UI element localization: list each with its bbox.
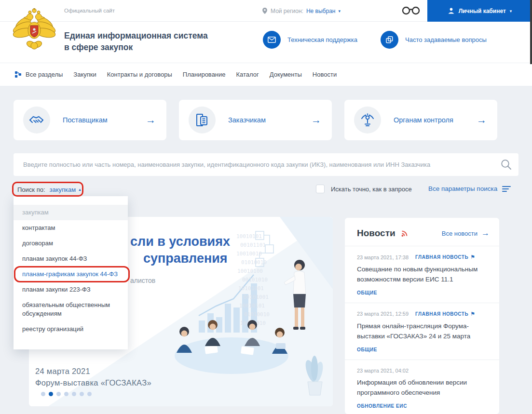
arrow-right-icon: →	[311, 114, 321, 126]
account-label: Личный кабинет	[459, 8, 506, 14]
nav-item-planning[interactable]: Планирование	[183, 71, 226, 78]
main-nav: Все разделы Закупки Контракты и договоры…	[0, 63, 532, 86]
filter-lines-icon	[502, 186, 511, 192]
search-icon[interactable]	[501, 159, 512, 172]
search-by-label: Поиск по:	[17, 186, 45, 193]
news-title: Новости	[357, 228, 396, 239]
news-tag[interactable]: ОБЩИЕ	[357, 290, 487, 295]
region-value: Не выбран	[306, 8, 336, 14]
card-suppliers[interactable]: Поставщикам →	[14, 100, 166, 140]
region-label: Мой регион:	[271, 8, 303, 14]
news-item-title[interactable]: Совещание по новым функциональным возмож…	[357, 265, 487, 285]
dropdown-option-purchases[interactable]: закупкам	[14, 205, 128, 220]
sections-grid-icon	[14, 71, 22, 78]
topbar: Официальный сайт Мой регион: Не выбран ▾…	[0, 0, 532, 22]
envelope-icon	[263, 31, 281, 49]
all-news-link[interactable]: Все новости →	[442, 228, 490, 238]
carousel-dot[interactable]	[72, 392, 76, 396]
banner-event-title: Форум-выставка «ГОСЗАКАЗ»	[35, 377, 151, 388]
exact-search-checkbox[interactable]	[316, 185, 325, 193]
news-item: 23 марта 2021, 17:38 ГЛАВНАЯ НОВОСТЬ ⚑ С…	[345, 246, 499, 303]
carousel-dots	[41, 392, 92, 396]
main-news-badge: ГЛАВНАЯ НОВОСТЬ ⚑	[415, 254, 476, 260]
nav-item-purchases[interactable]: Закупки	[73, 71, 96, 78]
svg-text:01010010: 01010010	[241, 259, 267, 266]
carousel-dot[interactable]	[64, 392, 68, 396]
banner-event-text: 24 марта 2021 Форум-выставка «ГОСЗАКАЗ»	[35, 365, 151, 389]
stacked-squares-icon	[381, 31, 398, 49]
exact-search-option: Искать точно, как в запросе	[316, 185, 412, 193]
arrow-right-icon: →	[477, 114, 487, 126]
official-site-label: Официальный сайт	[64, 8, 115, 13]
building-document-icon	[189, 107, 216, 134]
dropdown-option-plans-44fz[interactable]: планам закупок 44-ФЗ	[14, 251, 128, 267]
news-panel: Новости Все новости → 23 марта 2021, 17:…	[345, 218, 499, 414]
svg-text:10010101: 10010101	[236, 233, 262, 240]
exact-search-label: Искать точно, как в запросе	[331, 186, 412, 193]
news-date: 23 марта 2021, 17:38	[357, 254, 409, 260]
news-tag[interactable]: ОБЩИЕ	[357, 347, 487, 352]
site-title: Единая информационная система в сфере за…	[64, 30, 208, 53]
carousel-dot[interactable]	[41, 392, 45, 396]
card-label: Поставщикам	[63, 116, 108, 124]
coat-of-arms-logo[interactable]	[12, 6, 57, 53]
card-control-bodies[interactable]: Органам контроля →	[344, 100, 497, 140]
news-item: 23 марта 2021, 12:59 ГЛАВНАЯ НОВОСТЬ ⚑ П…	[345, 303, 499, 360]
nav-item-contracts[interactable]: Контракты и договоры	[107, 71, 172, 78]
faq-label: Часто задаваемые вопросы	[405, 36, 487, 43]
person-icon	[448, 7, 455, 14]
faq-link[interactable]: Часто задаваемые вопросы	[381, 31, 487, 49]
news-header: Новости Все новости →	[345, 218, 499, 246]
nav-item-news[interactable]: Новости	[313, 71, 337, 78]
nav-item-catalog[interactable]: Каталог	[236, 71, 259, 78]
dropdown-option-org-registry[interactable]: реестру организаций	[14, 321, 128, 337]
dropdown-option-contracts[interactable]: контрактам	[14, 220, 128, 236]
search-input[interactable]	[14, 153, 518, 176]
accessibility-glasses-icon[interactable]	[402, 5, 420, 18]
all-search-params-link[interactable]: Все параметры поиска	[428, 185, 511, 192]
account-button[interactable]: Личный кабинет ▾	[427, 0, 532, 22]
dropdown-option-agreements[interactable]: договорам	[14, 236, 128, 251]
news-tag[interactable]: ОБНОВЛЕНИЕ ЕИС	[357, 403, 487, 409]
svg-text:00101001: 00101001	[243, 294, 269, 300]
search-by-value[interactable]: закупкам ▴	[50, 186, 81, 193]
card-customers[interactable]: Заказчикам →	[179, 100, 332, 140]
flag-icon: ⚑	[470, 311, 475, 317]
location-pin-icon	[262, 7, 268, 14]
arrow-right-icon: →	[481, 228, 490, 238]
carousel-dot-active[interactable]	[49, 392, 53, 396]
search-by-selector: Поиск по: закупкам ▴	[17, 185, 81, 194]
svg-text:10010101: 10010101	[239, 303, 265, 309]
handshake-icon	[23, 107, 50, 134]
svg-text:10010010: 10010010	[236, 251, 262, 257]
scrollbar[interactable]	[530, 0, 532, 64]
region-selector[interactable]: Мой регион: Не выбран ▾	[262, 0, 341, 22]
news-item: 23 марта 2021, 04:02 Информация об обнов…	[345, 360, 499, 414]
nav-item-all-sections[interactable]: Все разделы	[14, 71, 63, 78]
tech-support-link[interactable]: Техническая поддержка	[263, 31, 357, 49]
flag-icon: ⚑	[470, 254, 475, 260]
card-label: Заказчикам	[228, 116, 266, 124]
chevron-down-icon: ▾	[338, 9, 341, 13]
search-bar	[14, 153, 518, 176]
dropdown-option-plans-223fz[interactable]: планам закупки 223-ФЗ	[14, 282, 128, 297]
svg-text:01010010: 01010010	[244, 311, 270, 318]
dropdown-option-public-discussions[interactable]: обязательным общественным обсуждениям	[14, 297, 128, 321]
banner-headline-fragment-1: сли в условиях	[130, 234, 230, 249]
news-date: 23 марта 2021, 04:02	[357, 368, 409, 374]
banner-event-date: 24 марта 2021	[35, 365, 151, 377]
chevron-down-icon: ▾	[510, 9, 512, 13]
rss-icon[interactable]	[401, 229, 409, 237]
nav-item-documents[interactable]: Документы	[270, 71, 302, 78]
carousel-dot[interactable]	[80, 392, 84, 396]
tech-support-label: Техническая поддержка	[287, 36, 357, 43]
dropdown-option-schedules-44fz[interactable]: планам-графикам закупок 44-ФЗ	[14, 267, 128, 282]
control-emblem-icon	[354, 107, 381, 134]
chevron-up-icon: ▴	[79, 187, 81, 192]
main-news-badge: ГЛАВНАЯ НОВОСТЬ ⚑	[415, 311, 476, 317]
news-item-title[interactable]: Прямая онлайн-трансляция Форума-выставки…	[357, 321, 487, 342]
news-item-title[interactable]: Информация об обновлении версии программ…	[357, 378, 487, 398]
banner-headline-fragment-2: суправления	[143, 251, 228, 266]
carousel-dot[interactable]	[56, 392, 61, 396]
carousel-dot[interactable]	[87, 392, 92, 396]
